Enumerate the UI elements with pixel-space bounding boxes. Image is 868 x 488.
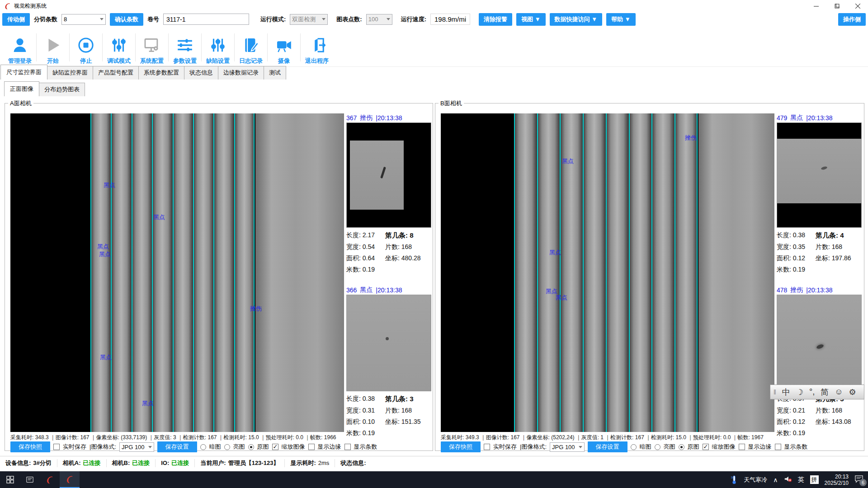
camera-capture-button[interactable]: 摄像	[268, 30, 300, 65]
bright-image-radio[interactable]	[224, 444, 230, 450]
defect-marker: 黑点	[153, 213, 165, 221]
stat-width: 宽度: 0.31	[346, 407, 385, 415]
tab-system-params[interactable]: 系统参数配置	[138, 66, 184, 80]
active-app-icon[interactable]	[60, 471, 80, 488]
clock[interactable]: 20:13 2025/2/10	[825, 474, 849, 486]
ime-mode-indicator[interactable]: 拼	[810, 475, 819, 484]
language-indicator[interactable]: 英	[798, 476, 804, 484]
defect-card[interactable]: 367 挫伤 |20:13:38 长度: 2.17 第几条: 8 宽度: 0.5…	[346, 113, 432, 274]
defect-stats: 长度: 0.38 第几条: 3 宽度: 0.31 片数: 168 面积: 0.1…	[346, 391, 432, 437]
video-camera-icon	[275, 37, 292, 54]
start-menu-button[interactable]	[0, 471, 20, 488]
show-edge-checkbox[interactable]	[739, 444, 745, 450]
original-image-radio[interactable]	[679, 444, 684, 450]
defect-card-header: 366 黑点 |20:13:38	[346, 286, 432, 295]
ime-drag-handle[interactable]: ‖	[774, 389, 776, 396]
dark-image-radio[interactable]	[200, 444, 206, 450]
side-right-button[interactable]: 操作侧	[838, 13, 866, 26]
tray-expand-chevron[interactable]: ∧	[773, 476, 778, 483]
tab-trend-chart[interactable]: 分布趋势图表	[39, 83, 85, 96]
chart-points-select[interactable]: 100	[366, 14, 392, 25]
view-menu-button[interactable]: 视图 ▼	[516, 13, 545, 26]
close-button[interactable]	[847, 0, 868, 12]
realtime-save-checkbox[interactable]	[484, 444, 490, 450]
status-bar: 设备信息:3#分切 相机A:已连接 相机B:已连接 IO:已连接 当前用户:管理…	[0, 456, 868, 469]
tab-product-model[interactable]: 产品型号配置	[93, 66, 139, 80]
defect-card[interactable]: 478 挫伤 |20:13:38 长度: 0.57 第几条: 3 宽度: 0.2…	[777, 286, 863, 437]
zoom-image-checkbox[interactable]	[703, 444, 709, 450]
minimize-button[interactable]	[806, 0, 826, 12]
defect-settings-button[interactable]: 缺陷设置	[202, 30, 234, 65]
ime-punctuation-icon[interactable]: °,	[809, 387, 815, 397]
stat-width: 宽度: 0.35	[777, 243, 816, 251]
notification-center-button[interactable]: 6	[854, 475, 863, 484]
show-count-checkbox[interactable]	[775, 444, 781, 450]
original-image-radio[interactable]	[248, 444, 254, 450]
stat-strip-index: 第几条: 4	[816, 231, 863, 240]
save-settings-button[interactable]: 保存设置	[588, 441, 627, 452]
defect-marker: 黑点	[142, 399, 154, 408]
defect-type: 黑点	[360, 286, 373, 294]
clear-alarm-button[interactable]: 清除报警	[479, 13, 512, 26]
zoom-image-checkbox[interactable]	[272, 444, 278, 450]
tab-size-monitor[interactable]: 尺寸监控界面	[0, 65, 47, 80]
volume-muted-icon[interactable]	[784, 475, 792, 484]
tab-test[interactable]: 测试	[264, 66, 286, 80]
dark-image-radio[interactable]	[631, 444, 637, 450]
defect-time: |20:13:38	[806, 114, 832, 122]
tab-edge-data[interactable]: 边缘数据记录	[218, 66, 264, 80]
stat-pieces: 片数: 168	[816, 407, 863, 415]
tab-front-image[interactable]: 正面图像	[4, 81, 39, 96]
stat-coord: 坐标: 151.35	[385, 418, 432, 426]
defect-card[interactable]: 479 黑点 |20:13:38 长度: 0.38 第几条: 4 宽度: 0.3…	[777, 113, 863, 274]
weather-text[interactable]: 天气寒冷	[744, 476, 767, 484]
data-access-menu-button[interactable]: 数据快捷访问 ▼	[550, 13, 602, 26]
camera-a-image[interactable]: 黑点 黑点 黑点 黑点 挫伤 黑点 黑点	[10, 113, 344, 432]
material-region	[255, 113, 344, 432]
camera-b-image[interactable]: 挫伤 黑点 黑点 黑点 黑点	[441, 113, 774, 432]
debug-mode-button[interactable]: 调试模式	[103, 30, 135, 65]
tab-defect-monitor[interactable]: 缺陷监控界面	[47, 66, 93, 80]
image-format-select[interactable]: JPG 100	[550, 442, 585, 452]
help-menu-button[interactable]: 帮助 ▼	[606, 13, 635, 26]
realtime-save-checkbox[interactable]	[53, 444, 60, 450]
bright-image-radio[interactable]	[655, 444, 660, 450]
chevron-down-icon	[387, 18, 390, 20]
slit-count-select[interactable]: 8	[61, 14, 106, 25]
maximize-button[interactable]	[826, 0, 847, 12]
stop-button[interactable]: 停止	[70, 30, 102, 65]
run-mode-select[interactable]: 双面检测	[290, 14, 328, 25]
defect-thumbnail	[346, 122, 431, 228]
save-settings-button[interactable]: 保存设置	[157, 441, 197, 452]
ime-simplified-toggle[interactable]: 简	[821, 387, 829, 398]
defect-stats: 长度: 0.38 第几条: 4 宽度: 0.35 片数: 168 面积: 197…	[777, 228, 863, 274]
save-snapshot-button[interactable]: 保存快照	[10, 441, 50, 452]
pinned-app-icon[interactable]	[40, 471, 60, 488]
log-record-button[interactable]: 日志记录	[235, 30, 267, 65]
show-edge-checkbox[interactable]	[308, 444, 315, 450]
tab-status-info[interactable]: 状态信息	[184, 66, 218, 80]
task-view-button[interactable]	[20, 471, 40, 488]
exit-program-button[interactable]: 退出程序	[301, 30, 333, 65]
roll-input[interactable]	[163, 14, 249, 25]
ime-halfwidth-icon[interactable]: ☽	[796, 387, 803, 397]
panel-camera-a: A面相机 黑点 黑点 黑点 黑点 挫伤 黑点 黑点 367 挫伤 |20:13:…	[5, 103, 433, 451]
defect-card[interactable]: 366 黑点 |20:13:38 长度: 0.38 第几条: 3 宽度: 0.3…	[346, 286, 432, 437]
image-format-select[interactable]: JPG 100	[119, 442, 154, 452]
ime-toolbar[interactable]: ‖ 中 ☽ °, 简 ☺ ⚙	[770, 385, 864, 399]
save-snapshot-button[interactable]: 保存快照	[441, 441, 481, 452]
system-config-button[interactable]: 系统配置	[136, 30, 168, 65]
side-left-button[interactable]: 传动侧	[2, 13, 30, 26]
stat-pieces: 片数: 168	[816, 243, 863, 251]
defect-stats: 长度: 2.17 第几条: 8 宽度: 0.54 片数: 168 面积: 0.6…	[346, 228, 432, 274]
ime-settings-icon[interactable]: ⚙	[849, 387, 856, 397]
confirm-count-button[interactable]: 确认条数	[110, 13, 143, 26]
start-button[interactable]: 开始	[37, 30, 69, 65]
device-info: 设备信息:3#分切	[0, 459, 57, 467]
param-settings-button[interactable]: 参数设置	[169, 30, 201, 65]
ime-emoji-icon[interactable]: ☺	[835, 387, 843, 397]
stat-pieces: 片数: 168	[385, 407, 432, 415]
manage-login-button[interactable]: 管理登录	[4, 30, 36, 65]
show-count-checkbox[interactable]	[344, 444, 351, 450]
ime-lang-toggle[interactable]: 中	[782, 387, 790, 398]
